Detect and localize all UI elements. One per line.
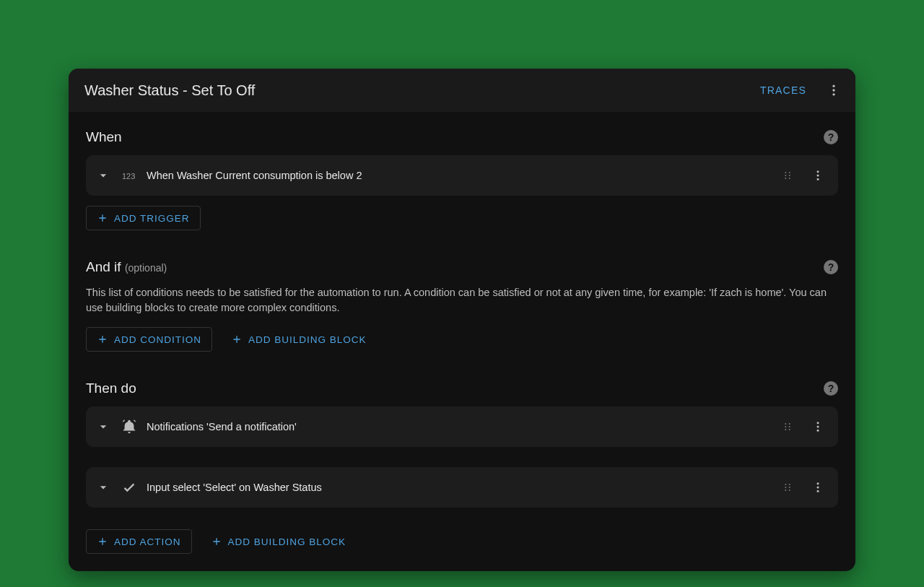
plus-icon xyxy=(97,536,108,547)
drag-icon xyxy=(782,170,793,181)
then-do-title: Then do xyxy=(86,381,136,396)
then-do-section: Then do ? Notifications 'Send a notifica… xyxy=(86,381,838,554)
help-icon[interactable]: ? xyxy=(824,130,838,144)
chevron-down-icon xyxy=(96,419,110,434)
dots-vertical-icon xyxy=(811,420,824,433)
drag-handle[interactable] xyxy=(779,418,796,435)
svg-point-28 xyxy=(817,482,819,484)
add-building-block-label: ADD BUILDING BLOCK xyxy=(248,334,367,345)
check-icon xyxy=(121,479,138,495)
dots-vertical-icon xyxy=(811,481,824,494)
card-body: When ? 123 When Washer Current consumpti… xyxy=(69,112,855,571)
svg-point-11 xyxy=(817,175,819,177)
svg-point-30 xyxy=(817,490,819,492)
help-icon[interactable]: ? xyxy=(824,381,838,396)
expand-toggle[interactable] xyxy=(95,167,112,184)
add-condition-button[interactable]: ADD CONDITION xyxy=(86,327,212,352)
svg-point-10 xyxy=(817,170,819,173)
svg-point-27 xyxy=(789,490,790,491)
action-overflow-button[interactable] xyxy=(805,474,831,500)
svg-point-9 xyxy=(789,178,790,179)
drag-icon xyxy=(782,421,793,432)
drag-handle[interactable] xyxy=(779,479,796,496)
svg-point-15 xyxy=(785,429,786,430)
and-if-section: And if (optional) ? This list of conditi… xyxy=(86,259,838,352)
svg-point-6 xyxy=(785,178,786,179)
svg-point-22 xyxy=(785,484,786,485)
and-if-title-text: And if xyxy=(86,259,121,274)
action-overflow-button[interactable] xyxy=(805,414,831,440)
add-building-block-action-button[interactable]: ADD BUILDING BLOCK xyxy=(201,529,357,554)
svg-point-5 xyxy=(785,175,786,176)
card-header: Washer Status - Set To Off TRACES xyxy=(69,69,855,112)
expand-toggle[interactable] xyxy=(95,479,112,496)
svg-point-1 xyxy=(832,89,834,91)
svg-point-25 xyxy=(789,484,790,485)
overflow-menu-button[interactable] xyxy=(821,77,847,103)
svg-point-18 xyxy=(789,429,790,430)
add-trigger-button[interactable]: ADD TRIGGER xyxy=(86,206,201,230)
svg-point-21 xyxy=(817,430,819,432)
when-buttons: ADD TRIGGER xyxy=(86,206,838,230)
automation-editor-card: Washer Status - Set To Off TRACES When ?… xyxy=(69,69,855,571)
plus-icon xyxy=(97,212,108,224)
when-title: When xyxy=(86,129,122,145)
plus-icon xyxy=(211,536,222,547)
svg-point-4 xyxy=(785,172,786,173)
add-condition-label: ADD CONDITION xyxy=(114,334,201,345)
svg-point-0 xyxy=(832,85,834,87)
svg-point-20 xyxy=(817,426,819,428)
and-if-buttons: ADD CONDITION ADD BUILDING BLOCK xyxy=(86,327,838,352)
svg-point-12 xyxy=(817,178,819,181)
drag-handle[interactable] xyxy=(779,167,796,184)
svg-point-14 xyxy=(785,426,786,427)
expand-toggle[interactable] xyxy=(95,418,112,435)
svg-point-7 xyxy=(789,172,790,173)
svg-point-23 xyxy=(785,487,786,488)
add-trigger-label: ADD TRIGGER xyxy=(114,213,190,224)
plus-icon xyxy=(231,334,243,345)
chevron-down-icon xyxy=(96,168,110,183)
and-if-optional: (optional) xyxy=(125,262,167,274)
svg-point-16 xyxy=(789,423,790,425)
then-do-header: Then do ? xyxy=(86,381,838,396)
svg-point-26 xyxy=(789,487,790,488)
svg-point-19 xyxy=(817,422,819,424)
svg-point-29 xyxy=(817,487,819,489)
svg-point-8 xyxy=(789,175,790,176)
action-label: Input select 'Select' on Washer Status xyxy=(147,482,770,493)
action-item[interactable]: Input select 'Select' on Washer Status xyxy=(86,467,838,508)
action-item[interactable]: Notifications 'Send a notification' xyxy=(86,406,838,447)
dots-vertical-icon xyxy=(811,169,824,182)
plus-icon xyxy=(97,334,108,345)
add-action-label: ADD ACTION xyxy=(114,536,181,547)
and-if-header: And if (optional) ? xyxy=(86,259,838,275)
add-action-button[interactable]: ADD ACTION xyxy=(86,529,192,554)
add-building-block-condition-button[interactable]: ADD BUILDING BLOCK xyxy=(221,327,377,352)
dots-vertical-icon xyxy=(827,83,841,97)
action-list: Notifications 'Send a notification' xyxy=(86,406,838,518)
and-if-description: This list of conditions needs to be sati… xyxy=(86,285,838,316)
svg-point-2 xyxy=(832,93,834,95)
trigger-item[interactable]: 123 When Washer Current consumption is b… xyxy=(86,155,838,196)
add-building-block-label: ADD BUILDING BLOCK xyxy=(228,536,346,547)
then-do-buttons: ADD ACTION ADD BUILDING BLOCK xyxy=(86,529,838,554)
chevron-down-icon xyxy=(96,480,110,495)
action-label: Notifications 'Send a notification' xyxy=(147,421,770,432)
numeric-icon: 123 xyxy=(121,168,138,183)
traces-button[interactable]: TRACES xyxy=(751,79,815,102)
trigger-label: When Washer Current consumption is below… xyxy=(147,170,770,181)
help-icon[interactable]: ? xyxy=(824,260,838,274)
svg-point-24 xyxy=(785,490,786,491)
trigger-overflow-button[interactable] xyxy=(805,162,831,188)
svg-point-13 xyxy=(785,423,786,425)
svg-point-17 xyxy=(789,426,790,427)
when-section-header: When ? xyxy=(86,129,838,145)
svg-text:123: 123 xyxy=(122,172,135,181)
drag-icon xyxy=(782,482,793,493)
and-if-title: And if (optional) xyxy=(86,259,167,275)
bell-icon xyxy=(121,419,138,435)
header-actions: TRACES xyxy=(751,77,847,103)
automation-title: Washer Status - Set To Off xyxy=(84,82,255,99)
